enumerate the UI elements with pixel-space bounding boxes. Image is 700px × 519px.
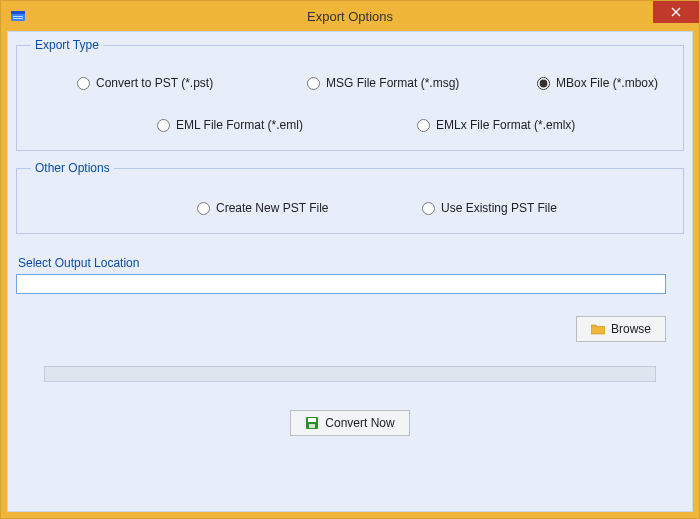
browse-button[interactable]: Browse	[576, 316, 666, 342]
radio-emlx[interactable]: EMLx File Format (*.emlx)	[417, 118, 575, 132]
export-options-window: Export Options Export Type Convert to PS…	[0, 0, 700, 519]
window-title: Export Options	[1, 9, 699, 24]
radio-msg[interactable]: MSG File Format (*.msg)	[307, 76, 537, 90]
radio-emlx-label: EMLx File Format (*.emlx)	[436, 118, 575, 132]
svg-rect-1	[11, 11, 25, 14]
other-options-group: Other Options Create New PST File Use Ex…	[16, 161, 684, 234]
svg-rect-3	[13, 18, 23, 19]
radio-pst-label: Convert to PST (*.pst)	[96, 76, 213, 90]
convert-now-button[interactable]: Convert Now	[290, 410, 409, 436]
radio-emlx-input[interactable]	[417, 119, 430, 132]
radio-use-existing-pst-input[interactable]	[422, 202, 435, 215]
radio-pst[interactable]: Convert to PST (*.pst)	[77, 76, 307, 90]
radio-eml-label: EML File Format (*.eml)	[176, 118, 303, 132]
output-location-input[interactable]	[16, 274, 666, 294]
progress-bar	[44, 366, 656, 382]
app-icon	[9, 7, 27, 25]
radio-mbox[interactable]: MBox File (*.mbox)	[537, 76, 658, 90]
output-location-label: Select Output Location	[18, 256, 684, 270]
radio-create-new-pst[interactable]: Create New PST File	[197, 201, 422, 215]
convert-now-button-label: Convert Now	[325, 416, 394, 430]
folder-icon	[591, 323, 605, 335]
svg-rect-5	[308, 418, 316, 422]
svg-rect-6	[309, 424, 315, 428]
svg-rect-2	[13, 16, 23, 17]
titlebar: Export Options	[1, 1, 699, 31]
radio-msg-input[interactable]	[307, 77, 320, 90]
radio-create-new-pst-label: Create New PST File	[216, 201, 328, 215]
save-icon	[305, 416, 319, 430]
radio-use-existing-pst[interactable]: Use Existing PST File	[422, 201, 557, 215]
other-options-legend: Other Options	[31, 161, 114, 175]
radio-create-new-pst-input[interactable]	[197, 202, 210, 215]
radio-eml[interactable]: EML File Format (*.eml)	[157, 118, 417, 132]
export-type-legend: Export Type	[31, 38, 103, 52]
browse-button-label: Browse	[611, 322, 651, 336]
radio-use-existing-pst-label: Use Existing PST File	[441, 201, 557, 215]
export-type-group: Export Type Convert to PST (*.pst) MSG F…	[16, 38, 684, 151]
radio-mbox-input[interactable]	[537, 77, 550, 90]
radio-mbox-label: MBox File (*.mbox)	[556, 76, 658, 90]
close-icon	[671, 7, 681, 17]
close-button[interactable]	[653, 1, 699, 23]
radio-msg-label: MSG File Format (*.msg)	[326, 76, 459, 90]
client-area: Export Type Convert to PST (*.pst) MSG F…	[7, 31, 693, 512]
radio-eml-input[interactable]	[157, 119, 170, 132]
radio-pst-input[interactable]	[77, 77, 90, 90]
